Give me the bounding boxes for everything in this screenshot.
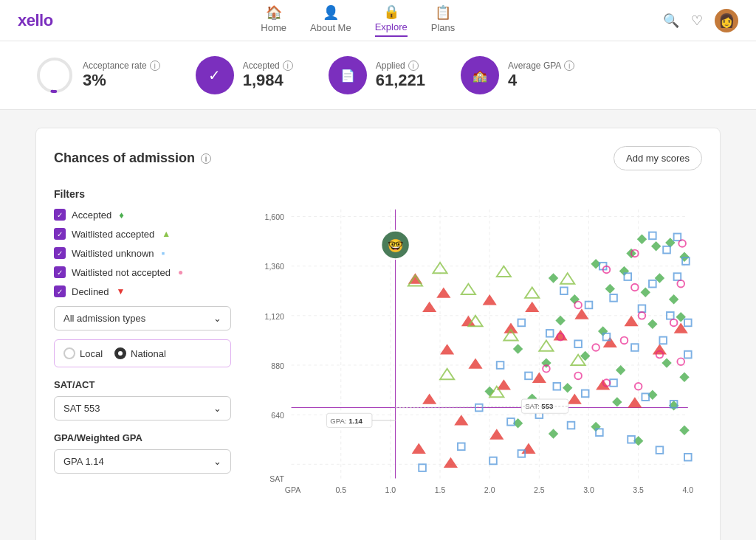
svg-marker-55 xyxy=(662,358,671,367)
svg-rect-102 xyxy=(560,287,568,294)
nav-about[interactable]: 👤 About Me xyxy=(310,4,351,36)
nav-explore[interactable]: 🔒 Explore xyxy=(375,4,408,37)
svg-rect-101 xyxy=(674,273,681,280)
svg-rect-105 xyxy=(639,305,646,312)
svg-text:1,360: 1,360 xyxy=(265,262,285,271)
filter-waitlisted-accepted[interactable]: ✓ Waitlisted accepted ▲ xyxy=(54,228,231,240)
local-radio-label: Local xyxy=(80,348,103,359)
average-gpa-text: Average GPA i 4 xyxy=(508,60,574,90)
svg-marker-42 xyxy=(605,284,615,294)
admission-types-chevron: ⌄ xyxy=(213,313,221,324)
acceptance-rate-info[interactable]: i xyxy=(150,60,160,71)
card-header: Chances of admission i Add my scores xyxy=(54,146,702,170)
about-icon: 👤 xyxy=(323,4,339,21)
declined-checkbox[interactable]: ✓ xyxy=(54,285,66,297)
filter-accepted[interactable]: ✓ Accepted ♦ xyxy=(54,209,231,221)
average-gpa-label: Average GPA i xyxy=(508,60,574,71)
svg-point-148 xyxy=(574,373,582,380)
header: xello 🏠 Home 👤 About Me 🔒 Explore 📋 Plan… xyxy=(0,0,756,41)
accepted-filter-label: Accepted xyxy=(72,210,111,221)
svg-marker-156 xyxy=(560,273,574,283)
nav-plans[interactable]: 📋 Plans xyxy=(431,4,456,36)
radio-national[interactable]: National xyxy=(114,347,166,359)
sat-act-chevron: ⌄ xyxy=(213,403,221,414)
scatter-chart-svg: 1,600 1,360 1,120 880 640 SAT GPA 0.5 1.… xyxy=(249,188,702,540)
svg-text:GPA: 1.14: GPA: 1.14 xyxy=(330,417,362,425)
svg-rect-109 xyxy=(546,330,554,337)
svg-marker-73 xyxy=(504,322,518,333)
add-scores-button[interactable]: Add my scores xyxy=(614,146,702,170)
waitlisted-not-accepted-checkbox[interactable]: ✓ xyxy=(54,266,66,278)
sat-act-dropdown[interactable]: SAT 553 ⌄ xyxy=(54,396,231,420)
svg-rect-125 xyxy=(568,422,575,429)
svg-text:GPA: GPA xyxy=(285,485,301,494)
gpa-section: GPA/Weighted GPA GPA 1.14 ⌄ xyxy=(54,432,231,474)
svg-point-146 xyxy=(677,358,684,365)
svg-rect-123 xyxy=(507,418,515,426)
user-avatar[interactable]: 👩 xyxy=(715,9,738,32)
heart-icon[interactable]: ♡ xyxy=(691,13,703,29)
admission-types-container: All admission types ⌄ xyxy=(54,306,231,330)
svg-marker-93 xyxy=(444,457,458,468)
main-nav: 🏠 Home 👤 About Me 🔒 Explore 📋 Plans xyxy=(261,4,455,37)
sat-act-section: SAT/ACT SAT 553 ⌄ xyxy=(54,379,231,420)
svg-point-144 xyxy=(621,337,628,345)
search-icon[interactable]: 🔍 xyxy=(663,13,679,29)
national-radio-btn[interactable] xyxy=(114,347,126,359)
svg-rect-95 xyxy=(663,246,670,254)
waitlisted-accepted-checkbox[interactable]: ✓ xyxy=(54,228,66,240)
average-gpa-icon: 🏫 xyxy=(461,56,499,94)
svg-point-139 xyxy=(574,302,582,309)
svg-marker-91 xyxy=(521,443,535,454)
card-title-info[interactable]: i xyxy=(201,153,211,164)
radio-local[interactable]: Local xyxy=(63,347,103,359)
svg-rect-104 xyxy=(610,294,617,302)
content-area: Filters ✓ Accepted ♦ ✓ Waitlisted accept… xyxy=(54,188,702,540)
svg-marker-153 xyxy=(461,284,475,294)
svg-text:0.5: 0.5 xyxy=(335,485,346,494)
svg-rect-118 xyxy=(582,390,589,398)
applied-info[interactable]: i xyxy=(408,60,419,71)
gpa-dropdown[interactable]: GPA 1.14 ⌄ xyxy=(54,449,231,474)
svg-text:3.5: 3.5 xyxy=(633,485,644,494)
accepted-info[interactable]: i xyxy=(283,60,293,71)
svg-marker-87 xyxy=(628,397,642,407)
svg-marker-80 xyxy=(674,322,688,333)
svg-marker-70 xyxy=(436,287,450,297)
svg-marker-59 xyxy=(563,383,572,392)
svg-marker-89 xyxy=(454,415,468,425)
nav-home-label: Home xyxy=(261,22,286,33)
waitlisted-accepted-label: Waitlisted accepted xyxy=(72,229,154,240)
filters-title: Filters xyxy=(54,188,231,200)
svg-marker-90 xyxy=(489,429,504,439)
svg-rect-128 xyxy=(656,446,664,454)
applied-label: Applied i xyxy=(376,60,425,71)
svg-marker-46 xyxy=(669,294,678,304)
nav-home[interactable]: 🏠 Home xyxy=(261,4,286,36)
gpa-title: GPA/Weighted GPA xyxy=(54,432,231,443)
average-gpa-info[interactable]: i xyxy=(564,60,574,71)
accepted-icon: ✓ xyxy=(196,56,234,94)
svg-text:3.0: 3.0 xyxy=(583,485,594,494)
svg-marker-74 xyxy=(525,302,539,312)
sat-act-title: SAT/ACT xyxy=(54,379,231,390)
svg-marker-47 xyxy=(555,316,565,325)
acceptance-rate-text: Acceptance rate i 3% xyxy=(83,60,160,90)
svg-rect-110 xyxy=(574,340,582,347)
svg-marker-76 xyxy=(574,308,588,319)
svg-rect-116 xyxy=(525,373,532,380)
local-radio-btn[interactable] xyxy=(63,347,75,359)
accepted-checkbox[interactable]: ✓ xyxy=(54,209,66,221)
filter-declined[interactable]: ✓ Declined ▼ xyxy=(54,285,231,297)
gpa-chevron: ⌄ xyxy=(213,456,221,467)
waitlisted-accepted-indicator: ▲ xyxy=(162,229,171,239)
svg-rect-127 xyxy=(628,436,635,443)
filter-waitlisted-not-accepted[interactable]: ✓ Waitlisted not accepted ● xyxy=(54,266,231,278)
admission-types-dropdown[interactable]: All admission types ⌄ xyxy=(54,306,231,330)
svg-point-0 xyxy=(38,59,71,91)
accepted-indicator: ♦ xyxy=(119,210,124,221)
waitlisted-unknown-checkbox[interactable]: ✓ xyxy=(54,247,66,259)
filter-waitlisted-unknown[interactable]: ✓ Waitlisted unknown ▪ xyxy=(54,247,231,259)
svg-rect-129 xyxy=(684,454,692,461)
scatter-chart-container: 1,600 1,360 1,120 880 640 SAT GPA 0.5 1.… xyxy=(249,188,702,540)
